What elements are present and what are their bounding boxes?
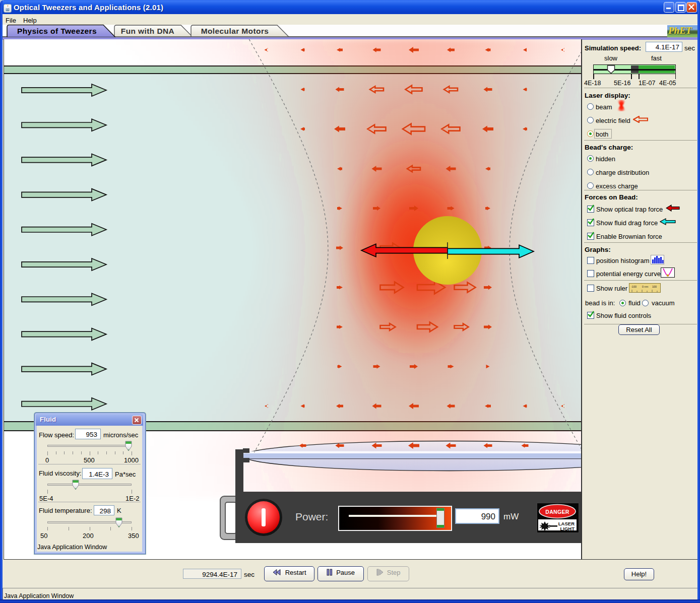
svg-text:100: 100 — [652, 285, 657, 288]
svg-text:Physics of Tweezers: Physics of Tweezers — [17, 27, 97, 35]
svg-text:LIGHT: LIGHT — [560, 526, 575, 531]
svg-text:Molecular Motors: Molecular Motors — [201, 27, 269, 35]
svg-text:0 nm: 0 nm — [642, 285, 649, 288]
svg-text:DANGER: DANGER — [545, 509, 569, 515]
svg-text:-100: -100 — [631, 285, 637, 288]
svg-text:Fun with DNA: Fun with DNA — [121, 27, 174, 35]
